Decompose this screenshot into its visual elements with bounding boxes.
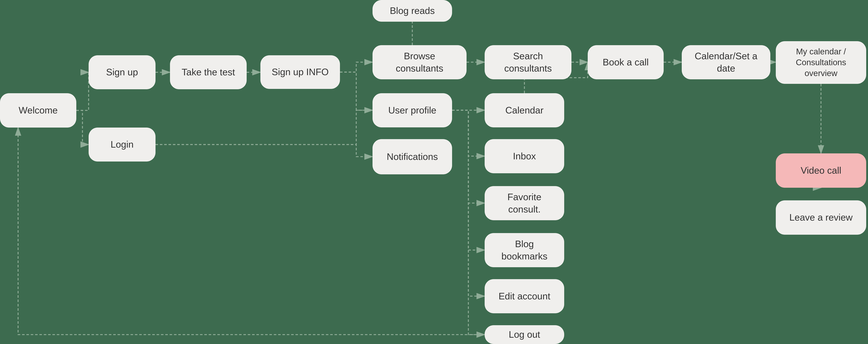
signup-info-node[interactable]: Sign up INFO — [260, 55, 340, 89]
video-call-node[interactable]: Video call — [776, 153, 866, 188]
user-profile-label: User profile — [388, 104, 436, 116]
login-label: Login — [111, 138, 133, 151]
login-node[interactable]: Login — [89, 128, 156, 162]
take-test-node[interactable]: Take the test — [170, 55, 247, 89]
calendar-node[interactable]: Calendar — [485, 93, 564, 127]
welcome-node[interactable]: Welcome — [0, 93, 76, 128]
calendar-set-date-node[interactable]: Calendar/Set a date — [682, 45, 770, 79]
welcome-label: Welcome — [19, 104, 58, 116]
calendar-set-date-label: Calendar/Set a date — [689, 50, 763, 74]
user-profile-node[interactable]: User profile — [373, 93, 452, 127]
inbox-node[interactable]: Inbox — [485, 139, 564, 173]
notifications-label: Notifications — [386, 151, 438, 163]
blog-reads-label: Blog reads — [390, 5, 435, 17]
blog-reads-node[interactable]: Blog reads — [373, 0, 452, 22]
favorite-consult-label: Favorite consult. — [492, 191, 557, 215]
search-consultants-label: Search consultants — [492, 50, 564, 74]
calendar-label: Calendar — [505, 104, 544, 116]
take-test-label: Take the test — [182, 66, 235, 78]
log-out-node[interactable]: Log out — [485, 325, 564, 344]
browse-consultants-node[interactable]: Browse consultants — [373, 45, 467, 79]
my-calendar-node[interactable]: My calendar / Consultations overview — [776, 41, 866, 84]
leave-review-label: Leave a review — [789, 211, 852, 224]
log-out-label: Log out — [509, 329, 540, 341]
search-consultants-node[interactable]: Search consultants — [485, 45, 571, 79]
notifications-node[interactable]: Notifications — [373, 139, 452, 174]
signup-node[interactable]: Sign up — [89, 55, 156, 89]
book-a-call-node[interactable]: Book a call — [588, 45, 664, 79]
edit-account-node[interactable]: Edit account — [485, 279, 564, 313]
signup-info-label: Sign up INFO — [272, 66, 329, 78]
browse-consultants-label: Browse consultants — [380, 50, 459, 74]
video-call-label: Video call — [801, 164, 841, 177]
book-a-call-label: Book a call — [603, 56, 649, 68]
favorite-consult-node[interactable]: Favorite consult. — [485, 186, 564, 220]
inbox-label: Inbox — [513, 150, 536, 163]
signup-label: Sign up — [106, 66, 138, 78]
my-calendar-label: My calendar / Consultations overview — [783, 46, 859, 78]
leave-review-node[interactable]: Leave a review — [776, 200, 866, 235]
edit-account-label: Edit account — [499, 290, 550, 303]
blog-bookmarks-label: Blog bookmarks — [492, 238, 557, 262]
blog-bookmarks-node[interactable]: Blog bookmarks — [485, 233, 564, 267]
